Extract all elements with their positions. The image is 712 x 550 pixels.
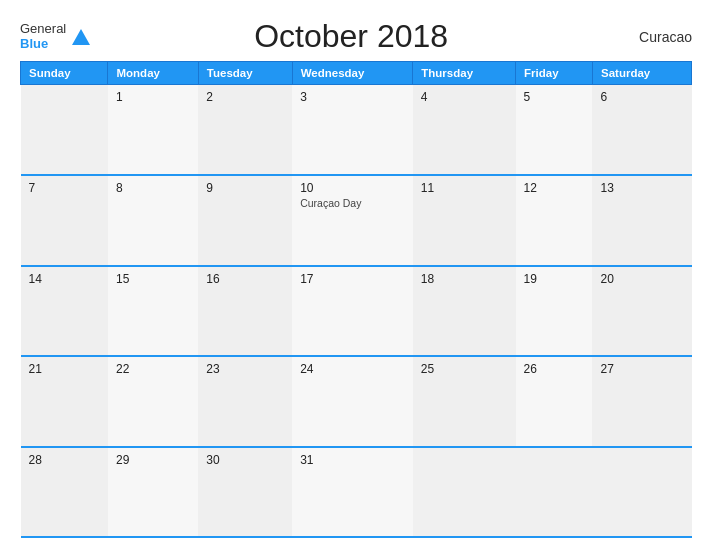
calendar-cell: 3 xyxy=(292,85,413,176)
calendar-cell: 21 xyxy=(21,356,108,447)
header-thursday: Thursday xyxy=(413,62,516,85)
calendar-cell: 6 xyxy=(592,85,691,176)
day-number: 25 xyxy=(421,362,508,376)
region-label: Curacao xyxy=(612,29,692,45)
day-number: 8 xyxy=(116,181,190,195)
day-number: 20 xyxy=(600,272,683,286)
calendar-cell: 27 xyxy=(592,356,691,447)
event-label: Curaçao Day xyxy=(300,197,405,209)
day-number: 31 xyxy=(300,453,405,467)
calendar-cell: 11 xyxy=(413,175,516,266)
logo-triangle-icon xyxy=(72,29,90,45)
logo-text-blue: Blue xyxy=(20,37,48,51)
logo-text-general: General xyxy=(20,22,66,36)
calendar-cell xyxy=(21,85,108,176)
day-number: 12 xyxy=(524,181,585,195)
day-number: 21 xyxy=(29,362,100,376)
day-number: 30 xyxy=(206,453,284,467)
calendar-cell xyxy=(413,447,516,538)
calendar-cell: 25 xyxy=(413,356,516,447)
calendar-cell: 8 xyxy=(108,175,198,266)
calendar-cell: 5 xyxy=(516,85,593,176)
header-wednesday: Wednesday xyxy=(292,62,413,85)
header: General Blue October 2018 Curacao xyxy=(20,18,692,55)
day-number: 2 xyxy=(206,90,284,104)
calendar-cell: 17 xyxy=(292,266,413,357)
calendar-table: Sunday Monday Tuesday Wednesday Thursday… xyxy=(20,61,692,538)
calendar-week-row: 21222324252627 xyxy=(21,356,692,447)
weekday-header-row: Sunday Monday Tuesday Wednesday Thursday… xyxy=(21,62,692,85)
calendar-cell: 30 xyxy=(198,447,292,538)
calendar-cell: 10Curaçao Day xyxy=(292,175,413,266)
calendar-title: October 2018 xyxy=(90,18,612,55)
header-saturday: Saturday xyxy=(592,62,691,85)
calendar-cell: 31 xyxy=(292,447,413,538)
header-monday: Monday xyxy=(108,62,198,85)
calendar-cell: 29 xyxy=(108,447,198,538)
calendar-cell: 19 xyxy=(516,266,593,357)
calendar-page: General Blue October 2018 Curacao Sunday… xyxy=(0,0,712,550)
calendar-week-row: 28293031 xyxy=(21,447,692,538)
calendar-cell: 23 xyxy=(198,356,292,447)
day-number: 10 xyxy=(300,181,405,195)
day-number: 26 xyxy=(524,362,585,376)
day-number: 11 xyxy=(421,181,508,195)
day-number: 4 xyxy=(421,90,508,104)
day-number: 6 xyxy=(600,90,683,104)
calendar-week-row: 14151617181920 xyxy=(21,266,692,357)
calendar-cell xyxy=(592,447,691,538)
day-number: 16 xyxy=(206,272,284,286)
header-sunday: Sunday xyxy=(21,62,108,85)
day-number: 28 xyxy=(29,453,100,467)
calendar-cell: 2 xyxy=(198,85,292,176)
calendar-cell: 20 xyxy=(592,266,691,357)
header-friday: Friday xyxy=(516,62,593,85)
day-number: 15 xyxy=(116,272,190,286)
day-number: 3 xyxy=(300,90,405,104)
day-number: 23 xyxy=(206,362,284,376)
calendar-cell xyxy=(516,447,593,538)
day-number: 1 xyxy=(116,90,190,104)
header-tuesday: Tuesday xyxy=(198,62,292,85)
day-number: 29 xyxy=(116,453,190,467)
calendar-cell: 28 xyxy=(21,447,108,538)
calendar-week-row: 78910Curaçao Day111213 xyxy=(21,175,692,266)
calendar-cell: 15 xyxy=(108,266,198,357)
calendar-cell: 22 xyxy=(108,356,198,447)
day-number: 17 xyxy=(300,272,405,286)
day-number: 22 xyxy=(116,362,190,376)
calendar-cell: 26 xyxy=(516,356,593,447)
day-number: 7 xyxy=(29,181,100,195)
calendar-week-row: 123456 xyxy=(21,85,692,176)
day-number: 13 xyxy=(600,181,683,195)
calendar-cell: 7 xyxy=(21,175,108,266)
calendar-cell: 9 xyxy=(198,175,292,266)
calendar-cell: 12 xyxy=(516,175,593,266)
calendar-cell: 14 xyxy=(21,266,108,357)
day-number: 14 xyxy=(29,272,100,286)
calendar-cell: 18 xyxy=(413,266,516,357)
logo: General Blue xyxy=(20,22,90,51)
calendar-cell: 16 xyxy=(198,266,292,357)
day-number: 18 xyxy=(421,272,508,286)
day-number: 19 xyxy=(524,272,585,286)
calendar-cell: 24 xyxy=(292,356,413,447)
calendar-cell: 4 xyxy=(413,85,516,176)
calendar-cell: 13 xyxy=(592,175,691,266)
day-number: 27 xyxy=(600,362,683,376)
calendar-cell: 1 xyxy=(108,85,198,176)
day-number: 24 xyxy=(300,362,405,376)
day-number: 9 xyxy=(206,181,284,195)
day-number: 5 xyxy=(524,90,585,104)
